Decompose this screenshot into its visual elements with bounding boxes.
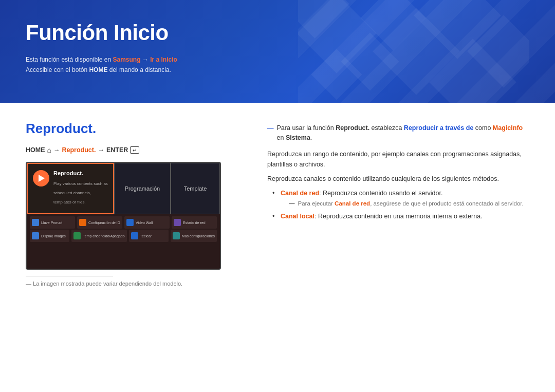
tip-magicinfo: MagicInfo [493, 124, 523, 132]
tv-item-icon-4 [174, 219, 181, 226]
tv-item-label-3: Video Wall [136, 221, 153, 225]
subtitle-home: HOME [89, 66, 107, 73]
tv-item-1: Llave Proruct [30, 216, 75, 229]
footnote: — La imagen mostrada puede variar depend… [26, 281, 247, 287]
tv-item-icon-6 [73, 232, 81, 239]
tip-sistema: Sistema [286, 134, 310, 141]
tv-item-icon-1 [32, 219, 39, 226]
page-title: Función Inicio [26, 21, 529, 45]
description-1: Reproduzca un rango de contenido, por ej… [267, 149, 529, 170]
sub-note-dash: — [289, 199, 295, 208]
tip-before: Para usar la función [277, 124, 336, 132]
subtitle-line2-after: del mando a distancia. [107, 66, 171, 73]
bullet-item-2: Canal local: Reproduzca contenido en una… [272, 211, 529, 221]
tv-panel-template: Template [171, 163, 220, 214]
tv-item-3: Video Wall [124, 216, 170, 229]
tip-as: como [473, 124, 493, 132]
tv-item-label-7: Teclear [140, 234, 152, 238]
tip-dash: — [267, 123, 274, 133]
subtitle-arrow: → [140, 56, 150, 63]
nav-path: HOME ⌂ → Reproduct. → ENTER ↵ [26, 146, 247, 154]
tv-item-label-5: Display Images [41, 234, 66, 238]
tv-bottom-bar: Llave Proruct Configuración de ID Video … [27, 214, 220, 270]
tv-item-label-4: Estado de red [183, 221, 206, 225]
tip-reproduct: Reproduct. [336, 124, 369, 132]
description-2: Reproduzca canales o contenido utilizand… [267, 174, 529, 184]
tv-programacion-label: Programación [125, 185, 160, 192]
bullet-list: Canal de red: Reproduzca contenido usand… [267, 188, 529, 221]
tv-panel-programacion: Programación [114, 163, 171, 214]
header-subtitle: Esta función está disponible en Samsung … [26, 54, 529, 76]
nav-home-label: HOME [26, 146, 45, 154]
subtitle-line2-before: Accesible con el botón [26, 66, 89, 73]
bullet1-orange: Canal de red [281, 190, 319, 197]
tip-text: Para usar la función Reproduct. establez… [277, 123, 530, 143]
tip-line: — Para usar la función Reproduct. establ… [267, 123, 529, 143]
subtitle-inicio: Ir a Inicio [150, 56, 177, 63]
tv-bottom-row-1: Llave Proruct Configuración de ID Video … [30, 216, 217, 229]
tip-en: en [277, 134, 286, 141]
tv-item-6: Temp encendido/Apagado [71, 230, 126, 242]
tv-item-8: Más configuraciones [171, 230, 217, 242]
nav-arrow1: → [53, 146, 60, 154]
tv-panel-reproduct: Reproduct. Play various contents such as… [27, 163, 114, 214]
bullet2-orange: Canal local [281, 213, 314, 220]
tv-item-label-6: Temp encendido/Apagado [83, 234, 124, 238]
nav-reproduct-link: Reproduct. [62, 146, 96, 154]
tv-item-icon-3 [126, 219, 134, 226]
divider-line [26, 276, 113, 276]
main-content: Reproduct. HOME ⌂ → Reproduct. → ENTER ↵ [0, 103, 555, 302]
tv-item-5: Display Images [30, 230, 69, 242]
tv-item-icon-5 [32, 232, 39, 239]
sub-note: — Para ejecutar Canal de red, asegúrese … [289, 199, 529, 208]
bullet-item-1: Canal de red: Reproduzca contenido usand… [272, 188, 529, 208]
bullet1-text: : Reproduzca contenido usando el servido… [319, 190, 442, 197]
nav-enter-label: ENTER [106, 146, 128, 154]
sub-note-orange: Canal de red [335, 200, 370, 207]
tv-item-label-1: Llave Proruct [41, 221, 62, 225]
tv-item-label-8: Más configuraciones [182, 234, 215, 238]
bullet2-text: : Reproduzca contenido en una memoria in… [314, 213, 483, 220]
section-title: Reproduct. [26, 121, 247, 137]
tv-top-bar: Reproduct. Play various contents such as… [27, 163, 220, 214]
tv-item-4: Estado de red [172, 216, 217, 229]
sub-note-after: , asegúrese de que el producto está cone… [370, 200, 524, 207]
tv-bottom-row-2: Display Images Temp encendido/Apagado Te… [30, 230, 217, 242]
nav-arrow2: → [98, 146, 104, 154]
right-column: — Para usar la función Reproduct. establ… [267, 121, 529, 287]
tv-item-label-2: Configuración de ID [88, 221, 120, 225]
play-icon [39, 175, 45, 182]
sub-note-content: Para ejecutar Canal de red, asegúrese de… [298, 199, 524, 208]
header-banner: Función Inicio Esta función está disponi… [0, 0, 555, 103]
subtitle-text-before: Esta función está disponible en [26, 56, 113, 63]
tv-item-icon-7 [131, 232, 138, 239]
tip-middle: establezca [369, 124, 404, 132]
tv-screen: Reproduct. Play various contents such as… [26, 162, 221, 270]
diamond-pattern [298, 0, 529, 103]
home-icon: ⌂ [47, 146, 51, 154]
tv-reproduct-sub: Play various contents such as scheduled … [53, 181, 108, 204]
tv-item-icon-2 [79, 219, 86, 226]
tip-reproduce: Reproducir a través de [404, 124, 473, 132]
subtitle-samsung: Samsung [113, 56, 140, 63]
tv-item-icon-8 [173, 232, 180, 239]
left-column: Reproduct. HOME ⌂ → Reproduct. → ENTER ↵ [26, 121, 247, 287]
sub-note-before: Para ejecutar [298, 200, 335, 207]
tv-item-2: Configuración de ID [77, 216, 122, 229]
tv-template-label: Template [184, 185, 207, 192]
tip-end: . [310, 134, 312, 141]
tv-play-button [33, 170, 49, 186]
enter-icon: ↵ [130, 146, 139, 154]
tv-reproduct-title: Reproduct. [53, 170, 108, 176]
tv-item-7: Teclear [129, 230, 169, 242]
